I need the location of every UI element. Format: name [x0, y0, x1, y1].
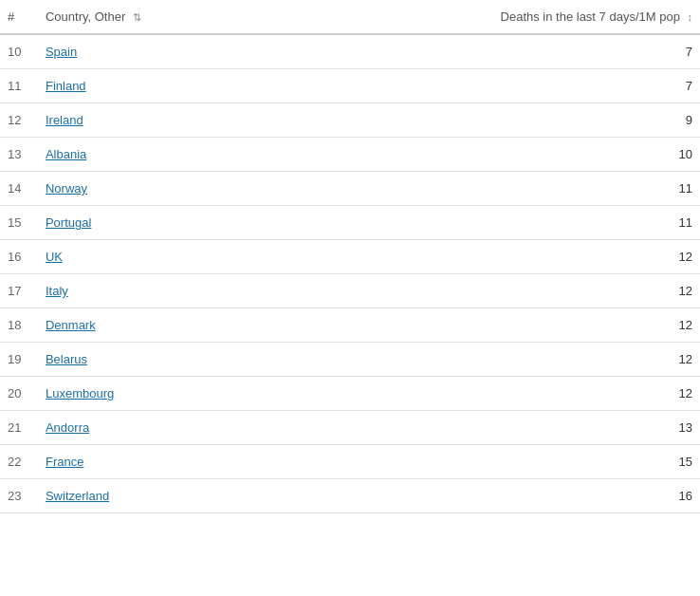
rank-cell: 20: [0, 377, 38, 411]
country-link[interactable]: Albania: [46, 147, 86, 161]
rank-cell: 11: [0, 69, 38, 103]
rank-cell: 10: [0, 34, 38, 69]
country-column-header[interactable]: Country, Other ⇅: [38, 0, 435, 34]
country-cell: Switzerland: [38, 479, 435, 513]
table-row: 23Switzerland16: [0, 479, 700, 513]
country-sort-icon[interactable]: ⇅: [133, 11, 141, 24]
deaths-sort-icon[interactable]: ↕: [688, 11, 693, 23]
deaths-cell: 12: [435, 377, 700, 411]
deaths-cell: 10: [435, 138, 700, 172]
rank-cell: 22: [0, 445, 38, 479]
table-header-row: # Country, Other ⇅ Deaths in the last 7 …: [0, 0, 700, 34]
country-cell: Luxembourg: [38, 377, 435, 411]
country-link[interactable]: Spain: [46, 45, 77, 59]
deaths-cell: 12: [435, 308, 700, 343]
rank-cell: 17: [0, 274, 38, 308]
country-link[interactable]: Switzerland: [46, 489, 109, 503]
country-cell: Denmark: [38, 308, 435, 343]
deaths-cell: 11: [435, 172, 700, 206]
country-link[interactable]: Ireland: [46, 113, 83, 127]
country-link[interactable]: Norway: [46, 181, 87, 196]
deaths-cell: 11: [435, 206, 700, 240]
deaths-cell: 12: [435, 240, 700, 274]
deaths-column-header[interactable]: Deaths in the last 7 days/1M pop ↕: [435, 0, 700, 34]
country-cell: Ireland: [38, 103, 435, 138]
rank-cell: 15: [0, 206, 38, 240]
table-row: 19Belarus12: [0, 343, 700, 377]
country-link[interactable]: UK: [46, 250, 63, 264]
deaths-cell: 12: [435, 274, 700, 308]
deaths-cell: 9: [435, 103, 700, 138]
deaths-cell: 16: [435, 479, 700, 513]
deaths-cell: 7: [435, 69, 700, 103]
country-cell: Finland: [38, 69, 435, 103]
rank-cell: 12: [0, 103, 38, 138]
table-row: 12Ireland9: [0, 103, 700, 138]
country-link[interactable]: Portugal: [46, 215, 91, 230]
table-body: 10Spain711Finland712Ireland913Albania101…: [0, 34, 700, 513]
country-link[interactable]: France: [46, 455, 83, 469]
table-row: 10Spain7: [0, 34, 700, 69]
country-cell: Andorra: [38, 411, 435, 445]
country-cell: UK: [38, 240, 435, 274]
country-link[interactable]: Denmark: [46, 318, 96, 332]
table-row: 17Italy12: [0, 274, 700, 308]
country-cell: Belarus: [38, 343, 435, 377]
country-link[interactable]: Belarus: [46, 352, 87, 366]
rank-cell: 18: [0, 308, 38, 343]
deaths-cell: 7: [435, 34, 700, 69]
table-row: 16UK12: [0, 240, 700, 274]
table-row: 20Luxembourg12: [0, 377, 700, 411]
rank-cell: 13: [0, 138, 38, 172]
country-link[interactable]: Luxembourg: [46, 386, 114, 400]
rank-cell: 21: [0, 411, 38, 445]
country-cell: Albania: [38, 138, 435, 172]
deaths-cell: 13: [435, 411, 700, 445]
deaths-cell: 12: [435, 343, 700, 377]
table-row: 21Andorra13: [0, 411, 700, 445]
rank-cell: 23: [0, 479, 38, 513]
country-link[interactable]: Finland: [46, 79, 86, 93]
rankings-table: # Country, Other ⇅ Deaths in the last 7 …: [0, 0, 700, 513]
table-row: 22France15: [0, 445, 700, 479]
country-cell: Norway: [38, 172, 435, 206]
rank-cell: 14: [0, 172, 38, 206]
table-row: 11Finland7: [0, 69, 700, 103]
country-link[interactable]: Italy: [46, 284, 68, 298]
country-cell: France: [38, 445, 435, 479]
table-row: 15Portugal11: [0, 206, 700, 240]
deaths-cell: 15: [435, 445, 700, 479]
rank-column-header: #: [0, 0, 38, 34]
rank-cell: 19: [0, 343, 38, 377]
country-cell: Italy: [38, 274, 435, 308]
country-link[interactable]: Andorra: [46, 420, 89, 435]
table-row: 13Albania10: [0, 138, 700, 172]
country-cell: Portugal: [38, 206, 435, 240]
rank-cell: 16: [0, 240, 38, 274]
table-row: 18Denmark12: [0, 308, 700, 343]
country-cell: Spain: [38, 34, 435, 69]
table-row: 14Norway11: [0, 172, 700, 206]
